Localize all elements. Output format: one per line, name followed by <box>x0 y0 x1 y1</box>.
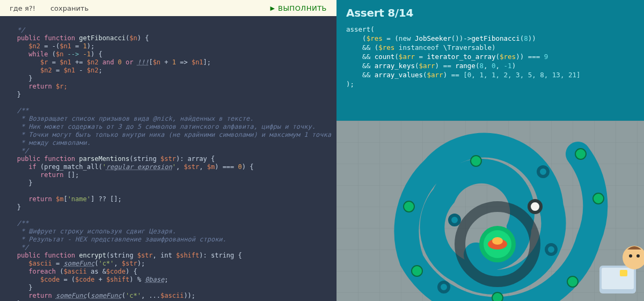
svg-point-3 <box>575 149 586 159</box>
svg-point-5 <box>567 276 578 287</box>
svg-point-18 <box>492 237 503 245</box>
code-editor[interactable]: */ public function getFibonacci($n) { $n… <box>0 16 336 301</box>
level-map-icon[interactable] <box>336 121 644 301</box>
svg-point-14 <box>529 201 541 212</box>
assert-title: Assert 8/14 <box>346 6 634 19</box>
svg-rect-21 <box>620 270 627 276</box>
save-link[interactable]: сохранить <box>50 4 89 12</box>
svg-point-12 <box>546 245 556 254</box>
svg-point-10 <box>538 167 548 177</box>
run-label: ВЫПОЛНИТЬ <box>278 4 327 12</box>
svg-rect-20 <box>602 268 634 289</box>
svg-point-4 <box>593 193 604 204</box>
assert-panel: Assert 8/14 assert( ($res = (new JobSeek… <box>336 0 644 121</box>
svg-point-9 <box>471 156 481 166</box>
editor-pane: где я?! сохранить ▶ ВЫПОЛНИТЬ */ public … <box>0 0 336 301</box>
svg-point-11 <box>439 282 449 292</box>
editor-toolbar: где я?! сохранить ▶ ВЫПОЛНИТЬ <box>0 0 336 16</box>
run-button[interactable]: ▶ ВЫПОЛНИТЬ <box>270 4 327 12</box>
level-map-panel: Уровень 3 <box>336 121 644 301</box>
svg-point-24 <box>636 254 640 258</box>
play-icon: ▶ <box>270 5 275 12</box>
svg-point-7 <box>412 266 422 276</box>
svg-point-6 <box>492 292 503 301</box>
where-am-i-link[interactable]: где я?! <box>10 4 35 12</box>
svg-point-23 <box>629 254 632 258</box>
svg-point-13 <box>450 215 459 225</box>
assert-code: assert( ($res = (new JobSeeker())->getFi… <box>346 25 634 89</box>
svg-point-8 <box>404 201 414 212</box>
